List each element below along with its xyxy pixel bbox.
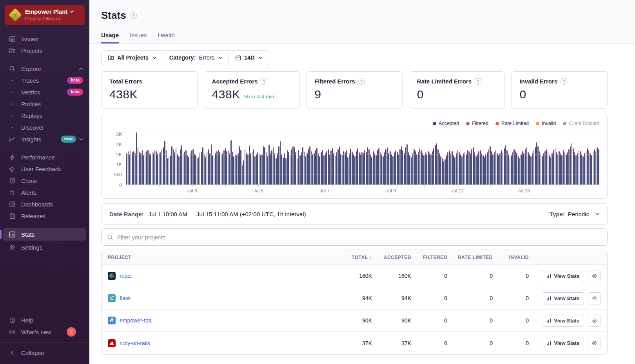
project-filter-dropdown[interactable]: All Projects <box>102 51 163 65</box>
chart-bar[interactable] <box>154 150 156 185</box>
chart-bar[interactable] <box>368 149 370 185</box>
chart-bar[interactable] <box>340 154 341 185</box>
chart-bar[interactable] <box>373 151 374 185</box>
chart-bar[interactable] <box>188 157 189 185</box>
chart-bar[interactable] <box>216 151 218 185</box>
chart-bar[interactable] <box>126 153 127 185</box>
help-circle-icon[interactable]: ? <box>358 78 365 85</box>
chart-bar[interactable] <box>261 154 263 185</box>
sidebar-item-releases[interactable]: Releases <box>0 210 89 222</box>
chart-bar[interactable] <box>442 158 443 185</box>
chart-bar[interactable] <box>174 152 175 185</box>
sidebar-item-stats[interactable]: Stats <box>3 228 86 241</box>
chart-bar[interactable] <box>526 147 528 185</box>
chart-bar[interactable] <box>529 154 530 185</box>
chart-bar[interactable] <box>390 151 391 185</box>
chart-bar[interactable] <box>204 154 205 185</box>
chart-bar[interactable] <box>370 154 371 185</box>
chart-bar[interactable] <box>311 151 312 185</box>
project-link[interactable]: ruby-on-rails <box>120 340 150 346</box>
chart-bar[interactable] <box>425 152 426 185</box>
chart-bar[interactable] <box>284 153 285 185</box>
chart-bar[interactable] <box>449 150 450 185</box>
chart-bar[interactable] <box>377 150 378 185</box>
chart-bar[interactable] <box>595 151 597 185</box>
chart-bar[interactable] <box>439 153 440 185</box>
chart-bar[interactable] <box>411 157 412 185</box>
chart-bar[interactable] <box>484 157 485 185</box>
chart-bar[interactable] <box>519 158 521 185</box>
chart-bar[interactable] <box>197 158 198 185</box>
chart-bar[interactable] <box>353 154 354 185</box>
chart-bar[interactable] <box>149 153 150 185</box>
chart-bar[interactable] <box>546 149 547 185</box>
chart-bar[interactable] <box>302 147 303 185</box>
chart-bar[interactable] <box>146 151 147 185</box>
chart-bar[interactable] <box>423 155 425 185</box>
chart-bar[interactable] <box>495 150 497 185</box>
chart-bar[interactable] <box>240 150 241 185</box>
chart-bar[interactable] <box>323 155 325 185</box>
chart-bar[interactable] <box>191 150 192 185</box>
chart-bar[interactable] <box>497 153 498 185</box>
chart-bar[interactable] <box>395 150 396 185</box>
chart-bar[interactable] <box>512 152 513 185</box>
chart-bar[interactable] <box>329 154 330 185</box>
chart-bar[interactable] <box>550 157 552 185</box>
chart-bar[interactable] <box>487 152 488 185</box>
chart-bar[interactable] <box>288 152 289 185</box>
chart-bar[interactable] <box>474 152 475 185</box>
chart-bar[interactable] <box>285 158 287 185</box>
chart-bar[interactable] <box>401 146 402 185</box>
chart-bar[interactable] <box>140 153 142 185</box>
date-range-dropdown[interactable]: 14D <box>229 51 269 65</box>
sidebar-item-settings[interactable]: Settings <box>0 241 89 253</box>
chart-bar[interactable] <box>399 149 401 185</box>
chart-bar[interactable] <box>253 149 254 185</box>
chart-bar[interactable] <box>160 152 161 185</box>
chart-bar[interactable] <box>200 152 201 185</box>
chart-bar[interactable] <box>499 153 501 185</box>
chart-bar[interactable] <box>588 150 590 185</box>
chart-bar[interactable] <box>266 152 267 185</box>
legend-client-discard[interactable]: Client Discard <box>563 121 599 126</box>
chart-bar[interactable] <box>166 150 167 185</box>
view-stats-button[interactable]: View Stats <box>542 337 584 349</box>
chart-bar[interactable] <box>233 156 234 185</box>
chart-bar[interactable] <box>336 152 337 185</box>
chart-bar[interactable] <box>510 157 511 185</box>
chart-bar[interactable] <box>212 155 213 185</box>
chart-bar[interactable] <box>459 152 460 185</box>
chart-bar[interactable] <box>591 155 592 185</box>
project-settings-button[interactable] <box>588 315 601 327</box>
chart-bar[interactable] <box>321 152 322 185</box>
chart-bar[interactable] <box>521 154 522 185</box>
chart-bar[interactable] <box>511 155 512 185</box>
tab-usage[interactable]: Usage <box>101 32 119 43</box>
chart-bar[interactable] <box>276 158 277 185</box>
chart-bar[interactable] <box>264 147 265 185</box>
chart-bar[interactable] <box>218 150 219 185</box>
chart-bar[interactable] <box>211 144 212 185</box>
chart-bar[interactable] <box>342 155 343 185</box>
chart-bar[interactable] <box>440 156 441 185</box>
chart-bar[interactable] <box>394 152 395 185</box>
chart-bar[interactable] <box>201 152 202 185</box>
chart-bar[interactable] <box>494 152 495 185</box>
tab-issues[interactable]: Issues <box>130 32 147 43</box>
chart-bar[interactable] <box>245 149 246 185</box>
chart-bar[interactable] <box>129 154 130 185</box>
chart-bar[interactable] <box>349 153 350 185</box>
chart-bar[interactable] <box>468 151 470 185</box>
chart-bar[interactable] <box>269 145 270 185</box>
legend-filtered[interactable]: Filtered <box>466 121 488 126</box>
chart-bar[interactable] <box>171 146 172 185</box>
chart-bar[interactable] <box>356 151 357 185</box>
chart-bar[interactable] <box>163 147 164 185</box>
sidebar-item-whats-new[interactable]: What's new 2 <box>0 326 89 338</box>
chart-bar[interactable] <box>267 156 268 185</box>
chart-bar[interactable] <box>308 149 309 185</box>
chart-bar[interactable] <box>221 154 222 185</box>
chart-bar[interactable] <box>498 155 499 185</box>
chart-bar[interactable] <box>402 150 403 185</box>
